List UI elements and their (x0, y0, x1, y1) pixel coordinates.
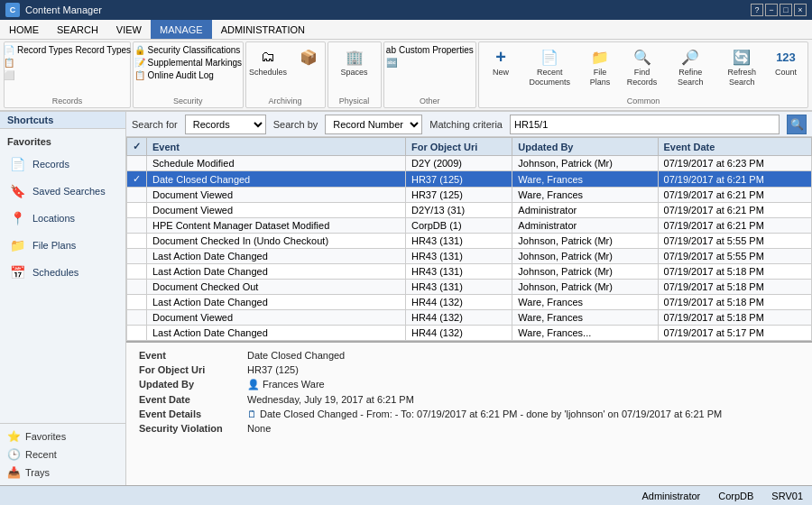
help-button[interactable]: ? (751, 4, 763, 16)
sidebar-item-records[interactable]: 📄 Records (0, 151, 125, 178)
table-row[interactable]: Document Checked OutHR43 (131)Johnson, P… (127, 280, 812, 295)
row-check[interactable] (127, 188, 147, 203)
table-row[interactable]: Schedule ModifiedD2Y (2009)Johnson, Patr… (127, 156, 812, 171)
search-by-dropdown[interactable]: Record Number (325, 115, 422, 134)
col-updated-by: Updated By (512, 138, 658, 156)
menu-view[interactable]: VIEW (107, 20, 151, 39)
row-updated-by: Administrator (512, 203, 658, 218)
spaces-icon: 🏢 (344, 46, 365, 68)
ribbon-group-physical: 🏢 Spaces Physical (328, 41, 382, 108)
other-btn2[interactable]: 🔤 (383, 57, 477, 69)
menu-manage[interactable]: MANAGE (151, 20, 212, 39)
search-execute-button[interactable]: 🔍 (787, 115, 807, 134)
row-uri: HR44 (132) (405, 326, 512, 341)
row-check[interactable] (127, 234, 147, 249)
row-check[interactable] (127, 295, 147, 310)
favorites-header-text: Favorites (7, 136, 51, 147)
common-group-label: Common (627, 95, 660, 106)
new-icon: + (490, 46, 512, 68)
menu-administration[interactable]: ADMINISTRATION (212, 20, 314, 39)
search-for-dropdown[interactable]: Records (185, 115, 266, 134)
row-event: Document Viewed (147, 188, 406, 203)
table-row[interactable]: Document ViewedHR44 (132)Ware, Frances07… (127, 310, 812, 326)
recent-documents-btn[interactable]: 📄 Recent Documents (519, 44, 580, 89)
row-event: Last Action Date Changed (147, 295, 406, 310)
row-check[interactable] (127, 156, 147, 171)
matching-criteria-input[interactable] (510, 115, 780, 134)
ribbon-group-security: 🔒 Security Classifications 📝 Supplementa… (133, 41, 244, 108)
find-records-icon: 🔍 (632, 46, 653, 68)
table-row[interactable]: Last Action Date ChangedHR43 (131)Johnso… (127, 249, 812, 264)
records-label: Records (32, 159, 69, 170)
sidebar-item-saved-searches[interactable]: 🔖 Saved Searches (0, 178, 125, 205)
ribbon-group-archiving: 🗂 Schedules 📦 Archiving (245, 41, 326, 108)
window-controls: ? − □ × (751, 4, 807, 16)
detail-security-value: None (242, 421, 805, 436)
maximize-button[interactable]: □ (780, 4, 792, 16)
table-row[interactable]: Document ViewedHR37 (125)Ware, Frances07… (127, 188, 812, 203)
count-btn[interactable]: 123 Count (770, 44, 802, 79)
menu-search[interactable]: SEARCH (48, 20, 107, 39)
search-execute-icon: 🔍 (790, 118, 804, 131)
table-row[interactable]: Document Checked In (Undo Checkout)HR43 … (127, 234, 812, 249)
fav-icon: ⭐ (7, 430, 21, 443)
schedules-icon: 🗂 (257, 46, 279, 68)
sidebar-bottom-recent[interactable]: 🕒 Recent (0, 445, 125, 464)
count-icon: 123 (775, 46, 797, 68)
physical-group-label: Physical (339, 95, 370, 106)
new-btn[interactable]: + New (484, 44, 517, 79)
sidebar-item-schedules[interactable]: 📅 Schedules (0, 259, 125, 286)
other-icon: 🔤 (386, 58, 397, 68)
security-classifications-btn[interactable]: 🔒 Security Classifications (131, 44, 246, 56)
fav-label: Favorites (25, 431, 66, 442)
table-row[interactable]: HPE Content Manager Dataset ModifiedCorp… (127, 218, 812, 234)
detail-uri-value: HR37 (125) (242, 363, 805, 377)
favorites-section: Favorites 📄 Records 🔖 Saved Searches 📍 L… (0, 129, 125, 289)
row-event-date: 07/19/2017 at 5:18 PM (658, 280, 811, 295)
refine-search-btn[interactable]: 🔎 Refine Search (667, 44, 715, 89)
custom-properties-btn[interactable]: ab Custom Properties (383, 44, 477, 56)
main-layout: Shortcuts Favorites 📄 Records 🔖 Saved Se… (0, 112, 812, 485)
audit-log-table: ✓ Event For Object Uri Updated By Event … (126, 137, 812, 341)
recent-icon: 🕒 (7, 448, 21, 461)
row-check[interactable] (127, 203, 147, 218)
ribbon-record-types[interactable]: 📄 Record Types Record Types (0, 44, 134, 56)
table-row[interactable]: ✓Date Closed ChangedHR37 (125)Ware, Fran… (127, 171, 812, 188)
find-records-btn[interactable]: 🔍 Find Records (620, 44, 665, 89)
ribbon-btn-3[interactable]: ⬜ (0, 69, 134, 81)
detail-event-details-value: 🗒 Date Closed Changed - From: - To: 07/1… (242, 407, 805, 421)
menu-home[interactable]: HOME (0, 20, 48, 39)
refresh-search-btn[interactable]: 🔄 Refresh Search (716, 44, 768, 89)
sidebar-item-locations[interactable]: 📍 Locations (0, 205, 125, 232)
trays-icon: 📥 (7, 466, 21, 479)
sidebar-item-file-plans[interactable]: 📁 File Plans (0, 232, 125, 259)
sidebar-bottom-trays[interactable]: 📥 Trays (0, 464, 125, 482)
sidebar-bottom-favorites[interactable]: ⭐ Favorites (0, 427, 125, 445)
col-uri: For Object Uri (405, 138, 512, 156)
archiving-btn2[interactable]: 📦 (292, 44, 325, 69)
ribbon-btn-2[interactable]: 📋 (0, 57, 134, 69)
spaces-btn[interactable]: 🏢 Spaces (337, 44, 372, 79)
detail-uri-label: For Object Uri (134, 363, 242, 377)
online-audit-log-btn[interactable]: 📋 Online Audit Log (131, 69, 246, 81)
row-uri: HR44 (132) (405, 310, 512, 326)
row-check[interactable] (127, 249, 147, 264)
row-event-date: 07/19/2017 at 6:21 PM (658, 171, 811, 188)
row-check[interactable] (127, 218, 147, 234)
row-check[interactable]: ✓ (127, 171, 147, 188)
row-check[interactable] (127, 264, 147, 280)
row-check[interactable] (127, 280, 147, 295)
table-row[interactable]: Last Action Date ChangedHR44 (132)Ware, … (127, 326, 812, 341)
table-row[interactable]: Last Action Date ChangedHR43 (131)Johnso… (127, 264, 812, 280)
close-button[interactable]: × (794, 4, 807, 16)
minimize-button[interactable]: − (765, 4, 778, 16)
file-plans-btn[interactable]: 📁 File Plans (582, 44, 617, 89)
col-event-date: Event Date (658, 138, 811, 156)
security-group-label: Security (173, 95, 203, 106)
table-row[interactable]: Last Action Date ChangedHR44 (132)Ware, … (127, 295, 812, 310)
row-check[interactable] (127, 310, 147, 326)
row-check[interactable] (127, 326, 147, 341)
supplemental-markings-btn[interactable]: 📝 Supplemental Markings (131, 57, 246, 69)
schedules-btn[interactable]: 🗂 Schedules (245, 44, 291, 79)
table-row[interactable]: Document ViewedD2Y/13 (31)Administrator0… (127, 203, 812, 218)
